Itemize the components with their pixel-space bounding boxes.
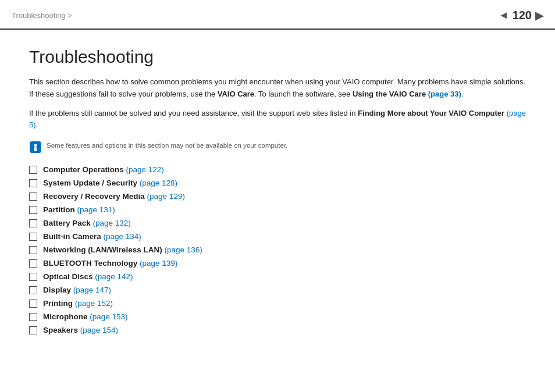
topic-label: Computer Operations (page 122) [43, 165, 164, 174]
intro1-end: . [461, 90, 464, 98]
list-item: Optical Discs (page 142) [29, 272, 526, 281]
page-number-area: ◄ 120 ▶ [499, 9, 543, 22]
checkbox-icon [29, 286, 37, 294]
page33-link[interactable]: (page 33) [428, 90, 461, 98]
topic-label: System Update / Security (page 128) [43, 179, 177, 187]
checkbox-icon [29, 300, 37, 308]
intro1-mid: . To launch the software, see [254, 90, 353, 98]
topic-link[interactable]: (page 134) [104, 232, 141, 241]
checkbox-icon [29, 179, 37, 187]
list-item: Printing (page 152) [29, 299, 526, 308]
intro-paragraph-1: This section describes how to solve comm… [29, 76, 526, 101]
checkbox-icon [29, 246, 37, 254]
topic-label: BLUETOOTH Technology (page 139) [43, 259, 177, 268]
topic-link[interactable]: (page 142) [95, 272, 133, 281]
topic-label: Partition (page 131) [43, 205, 115, 214]
list-item: Computer Operations (page 122) [29, 165, 526, 174]
finding-more-bold: Finding More about Your VAIO Computer [358, 109, 504, 117]
svg-rect-2 [34, 147, 37, 151]
intro2-start: If the problems still cannot be solved a… [29, 109, 358, 117]
vaio-care-bold: VAIO Care [218, 90, 254, 98]
main-content: Troubleshooting This section describes h… [0, 30, 555, 357]
topic-link[interactable]: (page 136) [164, 245, 202, 254]
topic-link[interactable]: (page 154) [80, 326, 118, 334]
note-text: Some features and options in this sectio… [47, 141, 287, 151]
list-item: BLUETOOTH Technology (page 139) [29, 259, 526, 268]
using-vaio-care-bold: Using the VAIO Care (page 33) [353, 90, 461, 98]
svg-point-1 [34, 144, 37, 147]
topic-label: Recovery / Recovery Media (page 129) [43, 192, 185, 201]
topic-link[interactable]: (page 129) [147, 192, 185, 201]
topic-link[interactable]: (page 131) [77, 205, 115, 214]
topic-link[interactable]: (page 128) [140, 179, 177, 187]
list-item: Recovery / Recovery Media (page 129) [29, 192, 526, 201]
intro2-end: . [36, 120, 38, 129]
list-item: System Update / Security (page 128) [29, 179, 526, 187]
top-bar: Troubleshooting > ◄ 120 ▶ [0, 0, 555, 30]
topic-label: Speakers (page 154) [43, 326, 118, 334]
list-item: Built-in Camera (page 134) [29, 232, 526, 241]
topic-label: Battery Pack (page 132) [43, 219, 131, 227]
intro-paragraph-2: If the problems still cannot be solved a… [29, 108, 526, 132]
list-item: Networking (LAN/Wireless LAN) (page 136) [29, 245, 526, 254]
arrow-right-icon: ▶ [535, 9, 543, 22]
page-arrow-icon: ◄ [499, 9, 509, 22]
list-item: Speakers (page 154) [29, 326, 526, 334]
checkbox-icon [29, 193, 37, 201]
topic-link[interactable]: (page 153) [90, 312, 127, 321]
page-title: Troubleshooting [29, 47, 526, 67]
topic-label: Built-in Camera (page 134) [43, 232, 141, 241]
list-item: Battery Pack (page 132) [29, 219, 526, 227]
topic-label: Display (page 147) [43, 286, 111, 294]
topic-link[interactable]: (page 152) [75, 299, 113, 308]
topic-label: Optical Discs (page 142) [43, 272, 133, 281]
checkbox-icon [29, 313, 37, 321]
list-item: Partition (page 131) [29, 205, 526, 214]
list-item: Display (page 147) [29, 286, 526, 294]
checkbox-icon [29, 273, 37, 281]
topic-label: Microphone (page 153) [43, 312, 128, 321]
checkbox-icon [29, 259, 37, 268]
topic-label: Networking (LAN/Wireless LAN) (page 136) [43, 245, 202, 254]
topic-link[interactable]: (page 132) [93, 219, 131, 227]
topic-label: Printing (page 152) [43, 299, 113, 308]
topic-link[interactable]: (page 122) [126, 165, 164, 174]
note-icon [29, 141, 42, 154]
checkbox-icon [29, 219, 37, 227]
checkbox-icon [29, 166, 37, 174]
checkbox-icon [29, 233, 37, 241]
checkbox-icon [29, 206, 37, 214]
topic-link[interactable]: (page 147) [73, 286, 111, 294]
topic-list: Computer Operations (page 122)System Upd… [29, 165, 526, 334]
breadcrumb: Troubleshooting > [12, 11, 72, 20]
note-box: Some features and options in this sectio… [29, 141, 526, 154]
checkbox-icon [29, 326, 37, 334]
list-item: Microphone (page 153) [29, 312, 526, 321]
topic-link[interactable]: (page 139) [140, 259, 177, 268]
page-number: 120 [513, 9, 532, 22]
